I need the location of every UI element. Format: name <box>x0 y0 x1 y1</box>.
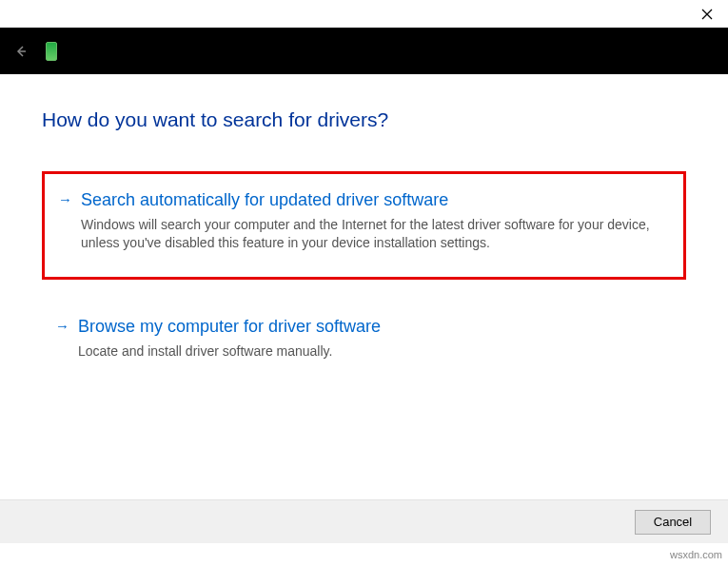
page-title: How do you want to search for drivers? <box>42 108 686 131</box>
arrow-right-icon: → <box>55 314 69 339</box>
close-button[interactable] <box>685 0 728 29</box>
dialog-footer: Cancel <box>0 499 728 543</box>
option-search-automatically[interactable]: → Search automatically for updated drive… <box>42 171 686 280</box>
option-title: Browse my computer for driver software <box>78 314 673 339</box>
close-icon <box>701 9 713 20</box>
back-button[interactable] <box>11 45 30 58</box>
back-arrow-icon <box>14 45 28 58</box>
option-description: Locate and install driver software manua… <box>78 342 673 361</box>
device-icon <box>46 42 57 61</box>
wizard-content: How do you want to search for drivers? →… <box>0 74 728 378</box>
arrow-right-icon: → <box>58 187 71 212</box>
window-titlebar <box>0 0 728 29</box>
option-browse-computer[interactable]: → Browse my computer for driver software… <box>42 303 686 378</box>
option-title: Search automatically for updated driver … <box>81 187 670 212</box>
cancel-button[interactable]: Cancel <box>635 510 711 535</box>
navigation-bar <box>0 29 728 74</box>
watermark: wsxdn.com <box>670 549 722 560</box>
option-description: Windows will search your computer and th… <box>81 216 670 252</box>
